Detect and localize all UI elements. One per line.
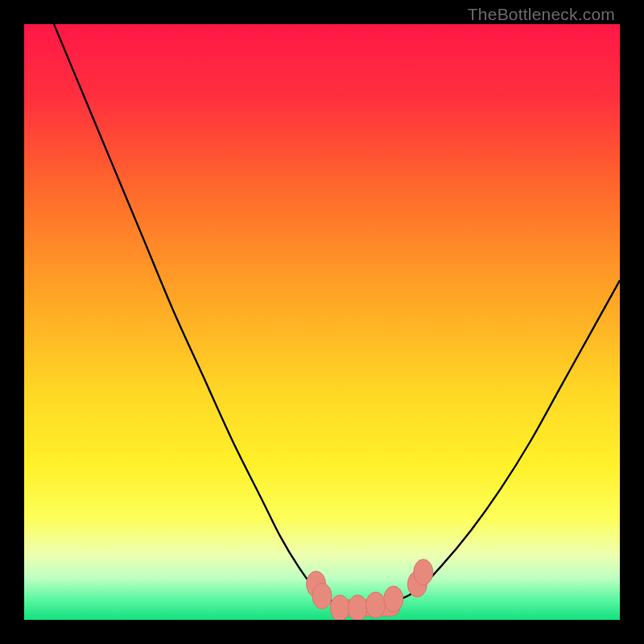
marker-optimal-trough-3: [366, 592, 386, 618]
optimal-markers: [307, 559, 433, 620]
marker-optimal-trough-1: [330, 595, 349, 620]
marker-optimal-trough-2: [348, 595, 367, 620]
bottleneck-curve: [54, 24, 620, 609]
chart-frame: TheBottleneck.com: [0, 0, 644, 644]
marker-optimal-cluster-right2: [414, 559, 433, 585]
plot-area: [24, 24, 620, 620]
watermark-text: TheBottleneck.com: [468, 5, 615, 24]
marker-optimal-cluster-left2: [312, 583, 332, 609]
curve-layer: [24, 24, 620, 620]
marker-optimal-trough-4: [384, 586, 403, 612]
